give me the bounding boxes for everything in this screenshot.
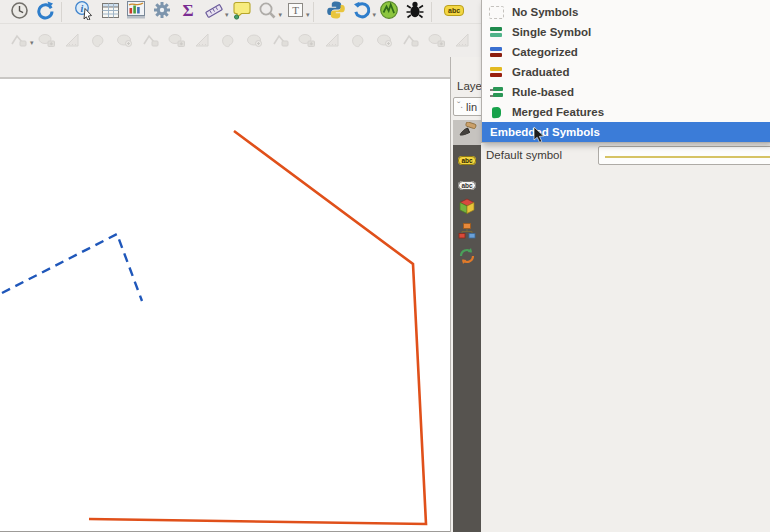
- menu-item-single-symbol[interactable]: Single Symbol: [482, 22, 770, 42]
- rotate-point-symbols-icon: [450, 28, 476, 52]
- show-statistics-sigma-icon[interactable]: Σ: [175, 0, 201, 22]
- delete-ring-icon: [242, 28, 268, 52]
- attribute-table-icon[interactable]: [97, 0, 123, 22]
- menu-item-label: Rule-based: [512, 86, 574, 98]
- default-symbol-combo[interactable]: ▾: [598, 146, 770, 165]
- blue-dashed-line-feature: [2, 234, 142, 301]
- processing-toolbox-icon[interactable]: [349, 0, 375, 22]
- split-parts-icon: [398, 28, 424, 52]
- layer-combo-value: lin: [466, 101, 477, 113]
- text-annotation-icon[interactable]: T: [282, 0, 308, 22]
- menu-item-label: Categorized: [512, 46, 578, 58]
- digitize-with-segment-icon: [6, 28, 32, 52]
- history-icon: [458, 247, 476, 269]
- diagrams-icon: [458, 222, 476, 244]
- line-layer-icon: ˇ∙: [457, 101, 463, 112]
- styling-tab-strip: abcabc: [453, 120, 481, 532]
- map-canvas[interactable]: [0, 77, 451, 532]
- ruler-icon: [60, 28, 86, 52]
- default-symbol-label: Default symbol: [486, 149, 562, 161]
- reshape-features-icon: [294, 28, 320, 52]
- delete-part-icon: [268, 28, 294, 52]
- single-symbol-icon: [489, 26, 504, 39]
- fill-ring-icon: [190, 28, 216, 52]
- measure-icon[interactable]: [201, 0, 227, 22]
- toolbar-separator: [313, 2, 320, 22]
- vertex-tool-icon: [346, 28, 372, 52]
- paintbrush-icon: [457, 122, 477, 144]
- grass-tools-icon[interactable]: [376, 0, 402, 22]
- menu-item-embedded-symbols[interactable]: Embedded Symbols: [482, 122, 770, 142]
- toolbar-separator: [61, 2, 68, 22]
- rule-based-icon: [489, 86, 504, 99]
- split-features-icon: [372, 28, 398, 52]
- 3d-cube-icon: [458, 197, 476, 219]
- label-toolbar-icon[interactable]: abc: [441, 0, 467, 22]
- add-part-icon: [216, 28, 242, 52]
- toolbar-separator: [431, 2, 438, 22]
- offset-curve-icon: [320, 28, 346, 52]
- debug-bug-icon[interactable]: [402, 0, 428, 22]
- rotate-feature-icon: [112, 28, 138, 52]
- labels-tab[interactable]: abc: [453, 145, 481, 170]
- menu-item-graduated[interactable]: Graduated: [482, 62, 770, 82]
- menu-item-label: No Symbols: [512, 6, 578, 18]
- graduated-icon: [489, 66, 504, 79]
- symbology-tab[interactable]: [453, 120, 481, 145]
- merge-features-icon: [424, 28, 450, 52]
- menu-item-label: Merged Features: [512, 106, 604, 118]
- labels-abc-icon: abc: [458, 149, 475, 167]
- merged-features-icon: [489, 106, 504, 119]
- default-symbol-row: Default symbol ▾: [485, 145, 770, 167]
- options-gear-icon[interactable]: [149, 0, 175, 22]
- line-symbol-preview: [605, 156, 770, 158]
- clock-icon[interactable]: [6, 0, 32, 22]
- svg-text:T: T: [292, 4, 299, 16]
- orange-line-feature: [89, 131, 426, 524]
- menu-item-merged-features[interactable]: Merged Features: [482, 102, 770, 122]
- zoom-tool-icon[interactable]: [255, 0, 281, 22]
- diagrams-tab[interactable]: [453, 220, 481, 245]
- menu-item-categorized[interactable]: Categorized: [482, 42, 770, 62]
- 3d-view-tab[interactable]: [453, 195, 481, 220]
- menu-item-label: Single Symbol: [512, 26, 591, 38]
- copy-move-feature-icon: [86, 28, 112, 52]
- menu-item-label: Graduated: [512, 66, 570, 78]
- masks-abc-icon: abc: [458, 174, 475, 192]
- qgis-window: { "colors": { "selection_blue": "#3b7cd8…: [0, 0, 770, 532]
- history-tab[interactable]: [453, 245, 481, 270]
- add-ring-icon: [164, 28, 190, 52]
- no-symbols-icon: [489, 6, 504, 19]
- menu-item-no-symbols[interactable]: No Symbols: [482, 2, 770, 22]
- svg-text:i: i: [81, 3, 84, 14]
- svg-text:Σ: Σ: [182, 1, 193, 20]
- menu-item-rule-based[interactable]: Rule-based: [482, 82, 770, 102]
- mouse-cursor: [533, 127, 547, 145]
- statistical-summary-icon[interactable]: [123, 0, 149, 22]
- symbology-type-menu: No SymbolsSingle SymbolCategorizedGradua…: [481, 0, 770, 143]
- masks-tab[interactable]: abc: [453, 170, 481, 195]
- refresh-icon[interactable]: [32, 0, 58, 22]
- map-line-features: [0, 79, 451, 532]
- simplify-feature-icon: [138, 28, 164, 52]
- categorized-icon: [489, 46, 504, 59]
- python-console-icon[interactable]: [323, 0, 349, 22]
- map-tips-icon[interactable]: [229, 0, 255, 22]
- identify-features-icon[interactable]: i: [71, 0, 97, 22]
- move-feature-icon: [34, 28, 60, 52]
